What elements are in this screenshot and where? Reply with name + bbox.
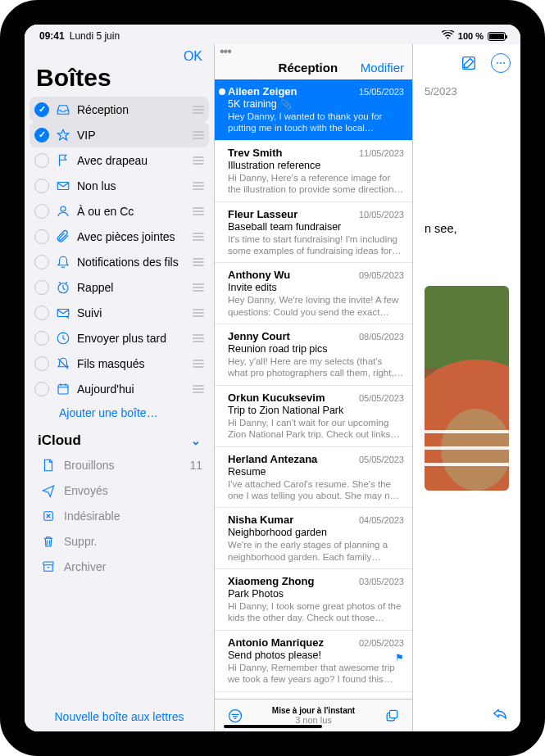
drag-handle-icon[interactable] [193,360,204,368]
mailboxes-sidebar: OK Boîtes RéceptionVIPAvec drapeauNon lu… [25,44,215,731]
archive-icon [41,559,56,574]
mailbox-row-attachments[interactable]: Avec pièces jointes [30,224,209,249]
drag-handle-icon[interactable] [193,334,204,342]
folder-label: Brouillons [64,459,181,472]
message-subject: Illustration reference [228,160,404,171]
message-subject: 5K training📎 [228,98,404,110]
mailbox-checkbox[interactable] [34,331,49,346]
mailbox-label: Réception [77,103,186,116]
message-body-fragment: n see, [425,220,509,237]
battery-icon [488,32,506,41]
message-sender: Anthony Wu [228,269,290,281]
mailbox-row-flagged[interactable]: Avec drapeau [30,147,209,173]
mailbox-label: Suivi [77,306,186,319]
tocc-icon [56,204,70,219]
message-sender: Xiaomeng Zhong [228,575,314,587]
message-date: 09/05/2023 [359,270,404,280]
mailbox-checkbox[interactable] [34,179,49,193]
message-subject: Baseball team fundraiser [228,221,404,233]
message-row[interactable]: Aileen Zeigen15/05/20235K training📎Hey D… [215,79,412,141]
mailbox-checkbox[interactable] [34,280,49,295]
more-actions-icon[interactable] [491,53,511,73]
mailbox-checkbox[interactable] [34,356,49,371]
message-sender: Herland Antezana [228,453,317,465]
mailbox-checkbox[interactable] [34,153,49,168]
drag-handle-icon[interactable] [193,233,204,241]
muted-icon [56,356,70,371]
drafts-icon [41,458,56,473]
ok-button[interactable]: OK [184,49,202,64]
message-row[interactable]: Nisha Kumar04/05/2023Neighborhood garden… [215,508,412,569]
message-row[interactable]: Antonio Manriquez02/05/2023Send photos p… [215,631,412,692]
message-row[interactable]: Jenny Court08/05/2023Reunion road trip p… [215,324,412,386]
drag-handle-icon[interactable] [193,182,204,190]
mailbox-checkbox[interactable] [34,204,49,219]
mailbox-row-tocc[interactable]: À ou en Cc [30,198,209,224]
mailbox-row-sendlater[interactable]: Envoyer plus tard [30,325,209,351]
windows-icon[interactable] [383,707,401,725]
home-indicator[interactable] [224,725,322,728]
folder-row-drafts[interactable]: Brouillons11 [30,452,209,478]
drag-handle-icon[interactable] [193,385,204,393]
mailbox-row-vip[interactable]: VIP [30,122,209,147]
message-row[interactable]: Anthony Wu09/05/2023Invite editsHey Dann… [215,263,412,324]
message-row[interactable]: Darla Davidson29/04/2023The best vacatio… [215,692,412,699]
message-row[interactable]: Orkun Kucuksevim05/05/2023Trip to Zion N… [215,386,412,447]
mailbox-row-threadnotif[interactable]: Notifications des fils [30,249,209,274]
mailbox-row-muted[interactable]: Fils masqués [30,351,209,376]
folder-row-sent[interactable]: Envoyés [30,478,209,503]
message-date: 02/05/2023 [359,638,404,648]
modify-button[interactable]: Modifier [361,61,404,75]
mailbox-row-followup[interactable]: Suivi [30,300,209,325]
message-sender: Antonio Manriquez [228,636,324,649]
flag-icon: ⚑ [395,652,404,663]
mailbox-label: Avec pièces jointes [77,230,186,243]
mailbox-row-unread[interactable]: Non lus [30,173,209,198]
mailbox-checkbox[interactable] [34,306,49,320]
mailbox-row-today[interactable]: Aujourd'hui [30,376,209,401]
folder-row-junk[interactable]: Indésirable [30,503,209,528]
attached-image[interactable] [425,286,509,491]
mailbox-checkbox[interactable] [34,229,49,244]
messages-scroll[interactable]: Aileen Zeigen15/05/20235K training📎Hey D… [215,79,412,699]
message-date: 08/05/2023 [359,332,404,342]
mailbox-row-inbox[interactable]: Réception [30,97,209,122]
message-date-fragment: 5/2023 [425,85,509,97]
mailbox-row-remind[interactable]: Rappel [30,274,209,300]
add-mailbox-link[interactable]: Ajouter une boîte… [30,401,209,426]
drag-handle-icon[interactable] [193,131,204,139]
reply-icon[interactable] [491,704,509,726]
drag-handle-icon[interactable] [193,309,204,317]
message-row[interactable]: Xiaomeng Zhong03/05/2023Park PhotosHi Da… [215,569,412,631]
status-time: 09:41 [39,30,65,42]
new-mailbox-button[interactable]: Nouvelle boîte aux lettres [25,702,214,731]
drag-handle-icon[interactable] [193,207,204,215]
mailbox-list[interactable]: RéceptionVIPAvec drapeauNon lusÀ ou en C… [25,97,214,702]
filter-icon[interactable] [226,707,244,725]
mailbox-checkbox[interactable] [34,382,49,396]
mailbox-checkbox[interactable] [34,128,49,143]
folder-row-archive[interactable]: Archiver [30,554,209,579]
message-row[interactable]: Trev Smith11/05/2023Illustration referen… [215,141,412,202]
drag-handle-icon[interactable] [193,283,204,292]
message-list-panel: ••• Réception Modifier Aileen Zeigen15/0… [215,44,413,731]
message-date: 05/05/2023 [359,393,404,403]
mailbox-checkbox[interactable] [34,102,49,117]
message-subject: Resume [228,466,404,478]
account-section-header[interactable]: iCloud ⌄ [30,426,209,452]
drag-handle-icon[interactable] [193,156,204,165]
sendlater-icon [56,331,70,346]
compose-icon[interactable] [458,52,479,74]
message-date: 11/05/2023 [359,148,404,158]
drag-handle-icon[interactable] [193,258,204,266]
mailbox-label: Aujourd'hui [77,383,186,396]
message-row[interactable]: Herland Antezana05/05/2023ResumeI've att… [215,447,412,509]
attachments-icon [56,229,70,244]
folder-row-trash[interactable]: Suppr. [30,528,209,554]
drag-handle-icon[interactable] [193,106,204,114]
mailbox-label: Notifications des fils [77,256,186,269]
message-subject: Park Photos [228,588,404,600]
message-row[interactable]: Fleur Lasseur10/05/2023Baseball team fun… [215,202,412,264]
mailbox-checkbox[interactable] [34,255,49,269]
wifi-icon [442,30,454,42]
